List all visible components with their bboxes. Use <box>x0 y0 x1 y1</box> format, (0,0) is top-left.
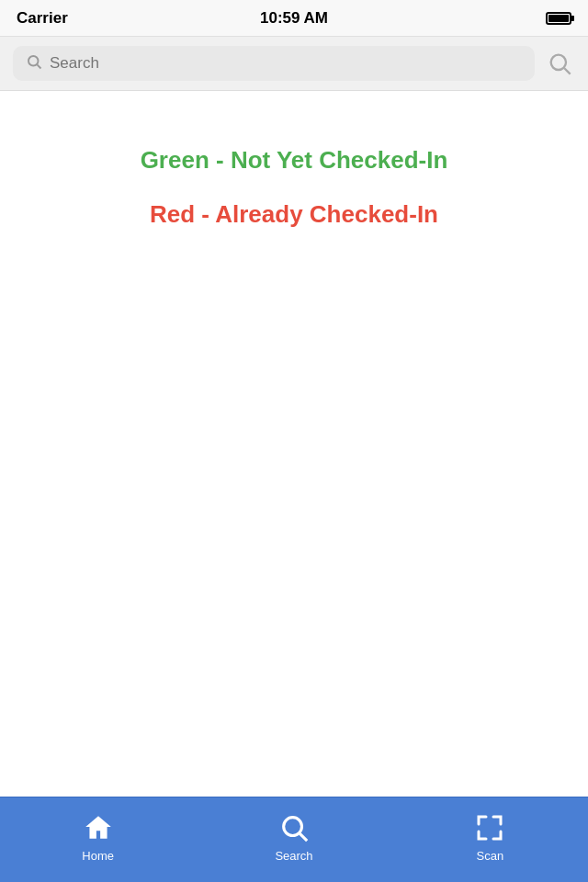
tab-search[interactable]: Search <box>196 811 391 868</box>
search-input[interactable] <box>50 54 522 73</box>
tab-home[interactable]: Home <box>0 811 196 868</box>
svg-line-6 <box>300 833 307 841</box>
battery-icon <box>546 12 571 25</box>
main-content: Green - Not Yet Checked-In Red - Already… <box>0 91 588 247</box>
svg-line-4 <box>564 68 570 74</box>
top-right-search-icon[interactable] <box>544 48 575 79</box>
search-input-wrapper[interactable] <box>13 46 535 81</box>
carrier-label: Carrier <box>17 9 68 28</box>
svg-point-5 <box>284 818 302 836</box>
tab-scan[interactable]: Scan <box>392 811 588 868</box>
scan-icon <box>473 811 506 844</box>
search-tab-icon <box>277 811 311 844</box>
tab-home-label: Home <box>82 849 114 863</box>
svg-line-2 <box>37 64 40 68</box>
svg-point-3 <box>551 55 566 70</box>
status-time: 10:59 AM <box>260 9 328 28</box>
search-input-icon <box>26 53 42 74</box>
svg-point-1 <box>28 56 39 66</box>
tab-bar: Home Search Scan <box>0 797 588 882</box>
status-bar: Carrier 10:59 AM <box>0 0 588 37</box>
green-legend-label: Green - Not Yet Checked-In <box>18 146 570 175</box>
home-icon <box>82 811 115 844</box>
tab-scan-label: Scan <box>477 849 504 863</box>
search-bar-container <box>0 37 588 91</box>
tab-search-label: Search <box>275 849 312 863</box>
red-legend-label: Red - Already Checked-In <box>18 200 570 229</box>
